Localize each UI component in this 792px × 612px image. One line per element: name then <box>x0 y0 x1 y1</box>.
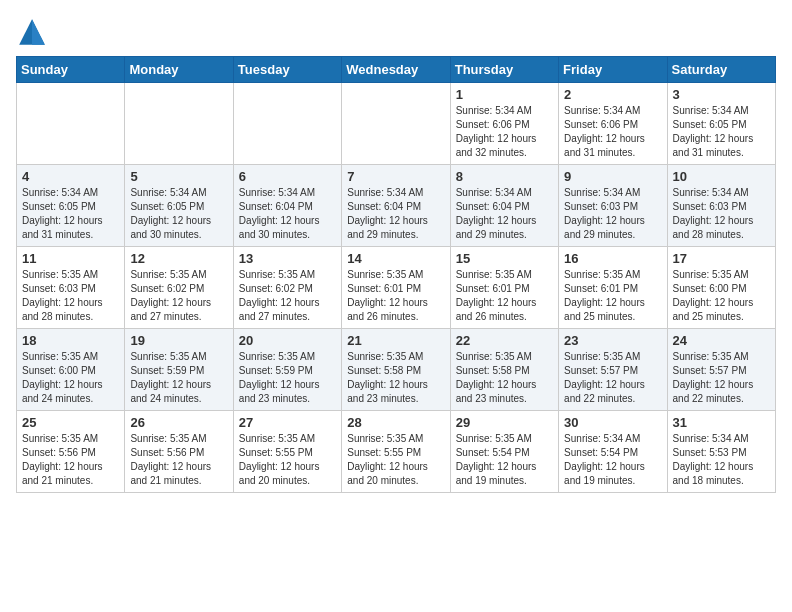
day-info: Sunrise: 5:35 AM Sunset: 5:59 PM Dayligh… <box>130 350 228 406</box>
day-number: 12 <box>130 251 228 266</box>
week-row-2: 11Sunrise: 5:35 AM Sunset: 6:03 PM Dayli… <box>17 247 776 329</box>
header-tuesday: Tuesday <box>233 57 341 83</box>
day-number: 26 <box>130 415 228 430</box>
day-info: Sunrise: 5:35 AM Sunset: 6:02 PM Dayligh… <box>130 268 228 324</box>
day-cell: 1Sunrise: 5:34 AM Sunset: 6:06 PM Daylig… <box>450 83 558 165</box>
day-number: 17 <box>673 251 771 266</box>
calendar: SundayMondayTuesdayWednesdayThursdayFrid… <box>16 56 776 493</box>
day-info: Sunrise: 5:35 AM Sunset: 6:01 PM Dayligh… <box>347 268 445 324</box>
day-info: Sunrise: 5:35 AM Sunset: 5:57 PM Dayligh… <box>673 350 771 406</box>
day-number: 15 <box>456 251 554 266</box>
header <box>16 16 776 48</box>
day-info: Sunrise: 5:34 AM Sunset: 6:05 PM Dayligh… <box>22 186 120 242</box>
day-cell: 11Sunrise: 5:35 AM Sunset: 6:03 PM Dayli… <box>17 247 125 329</box>
header-saturday: Saturday <box>667 57 775 83</box>
day-info: Sunrise: 5:34 AM Sunset: 6:06 PM Dayligh… <box>456 104 554 160</box>
day-number: 1 <box>456 87 554 102</box>
day-info: Sunrise: 5:34 AM Sunset: 5:53 PM Dayligh… <box>673 432 771 488</box>
day-info: Sunrise: 5:34 AM Sunset: 6:03 PM Dayligh… <box>564 186 662 242</box>
svg-marker-1 <box>32 19 45 45</box>
day-cell: 8Sunrise: 5:34 AM Sunset: 6:04 PM Daylig… <box>450 165 558 247</box>
header-friday: Friday <box>559 57 667 83</box>
day-number: 16 <box>564 251 662 266</box>
day-number: 19 <box>130 333 228 348</box>
day-cell: 5Sunrise: 5:34 AM Sunset: 6:05 PM Daylig… <box>125 165 233 247</box>
week-row-1: 4Sunrise: 5:34 AM Sunset: 6:05 PM Daylig… <box>17 165 776 247</box>
day-info: Sunrise: 5:35 AM Sunset: 5:55 PM Dayligh… <box>239 432 337 488</box>
day-number: 3 <box>673 87 771 102</box>
day-cell: 13Sunrise: 5:35 AM Sunset: 6:02 PM Dayli… <box>233 247 341 329</box>
day-cell: 27Sunrise: 5:35 AM Sunset: 5:55 PM Dayli… <box>233 411 341 493</box>
day-info: Sunrise: 5:35 AM Sunset: 5:57 PM Dayligh… <box>564 350 662 406</box>
day-number: 8 <box>456 169 554 184</box>
day-info: Sunrise: 5:34 AM Sunset: 6:04 PM Dayligh… <box>456 186 554 242</box>
day-number: 31 <box>673 415 771 430</box>
day-cell: 9Sunrise: 5:34 AM Sunset: 6:03 PM Daylig… <box>559 165 667 247</box>
header-wednesday: Wednesday <box>342 57 450 83</box>
day-info: Sunrise: 5:35 AM Sunset: 5:58 PM Dayligh… <box>347 350 445 406</box>
day-info: Sunrise: 5:34 AM Sunset: 6:06 PM Dayligh… <box>564 104 662 160</box>
day-number: 10 <box>673 169 771 184</box>
day-number: 30 <box>564 415 662 430</box>
day-info: Sunrise: 5:34 AM Sunset: 6:03 PM Dayligh… <box>673 186 771 242</box>
day-number: 29 <box>456 415 554 430</box>
day-info: Sunrise: 5:35 AM Sunset: 5:55 PM Dayligh… <box>347 432 445 488</box>
day-info: Sunrise: 5:35 AM Sunset: 6:02 PM Dayligh… <box>239 268 337 324</box>
day-cell: 16Sunrise: 5:35 AM Sunset: 6:01 PM Dayli… <box>559 247 667 329</box>
day-number: 7 <box>347 169 445 184</box>
day-number: 2 <box>564 87 662 102</box>
day-info: Sunrise: 5:35 AM Sunset: 5:59 PM Dayligh… <box>239 350 337 406</box>
day-cell: 24Sunrise: 5:35 AM Sunset: 5:57 PM Dayli… <box>667 329 775 411</box>
day-cell <box>233 83 341 165</box>
day-info: Sunrise: 5:35 AM Sunset: 6:01 PM Dayligh… <box>564 268 662 324</box>
day-cell: 31Sunrise: 5:34 AM Sunset: 5:53 PM Dayli… <box>667 411 775 493</box>
day-info: Sunrise: 5:34 AM Sunset: 6:05 PM Dayligh… <box>673 104 771 160</box>
day-cell: 4Sunrise: 5:34 AM Sunset: 6:05 PM Daylig… <box>17 165 125 247</box>
day-info: Sunrise: 5:35 AM Sunset: 6:00 PM Dayligh… <box>22 350 120 406</box>
day-info: Sunrise: 5:34 AM Sunset: 6:04 PM Dayligh… <box>239 186 337 242</box>
day-info: Sunrise: 5:35 AM Sunset: 5:54 PM Dayligh… <box>456 432 554 488</box>
day-cell: 26Sunrise: 5:35 AM Sunset: 5:56 PM Dayli… <box>125 411 233 493</box>
day-cell: 30Sunrise: 5:34 AM Sunset: 5:54 PM Dayli… <box>559 411 667 493</box>
day-cell: 20Sunrise: 5:35 AM Sunset: 5:59 PM Dayli… <box>233 329 341 411</box>
day-cell: 29Sunrise: 5:35 AM Sunset: 5:54 PM Dayli… <box>450 411 558 493</box>
logo <box>16 16 52 48</box>
day-number: 11 <box>22 251 120 266</box>
day-cell <box>125 83 233 165</box>
day-number: 4 <box>22 169 120 184</box>
day-number: 22 <box>456 333 554 348</box>
day-number: 14 <box>347 251 445 266</box>
calendar-header-row: SundayMondayTuesdayWednesdayThursdayFrid… <box>17 57 776 83</box>
day-cell: 2Sunrise: 5:34 AM Sunset: 6:06 PM Daylig… <box>559 83 667 165</box>
day-info: Sunrise: 5:35 AM Sunset: 5:56 PM Dayligh… <box>130 432 228 488</box>
day-number: 18 <box>22 333 120 348</box>
logo-icon <box>16 16 48 48</box>
header-thursday: Thursday <box>450 57 558 83</box>
day-cell: 28Sunrise: 5:35 AM Sunset: 5:55 PM Dayli… <box>342 411 450 493</box>
day-cell: 25Sunrise: 5:35 AM Sunset: 5:56 PM Dayli… <box>17 411 125 493</box>
day-cell: 23Sunrise: 5:35 AM Sunset: 5:57 PM Dayli… <box>559 329 667 411</box>
week-row-0: 1Sunrise: 5:34 AM Sunset: 6:06 PM Daylig… <box>17 83 776 165</box>
day-info: Sunrise: 5:34 AM Sunset: 6:05 PM Dayligh… <box>130 186 228 242</box>
day-number: 6 <box>239 169 337 184</box>
day-cell: 19Sunrise: 5:35 AM Sunset: 5:59 PM Dayli… <box>125 329 233 411</box>
day-number: 27 <box>239 415 337 430</box>
day-cell: 21Sunrise: 5:35 AM Sunset: 5:58 PM Dayli… <box>342 329 450 411</box>
day-number: 24 <box>673 333 771 348</box>
day-cell: 7Sunrise: 5:34 AM Sunset: 6:04 PM Daylig… <box>342 165 450 247</box>
day-info: Sunrise: 5:34 AM Sunset: 6:04 PM Dayligh… <box>347 186 445 242</box>
day-number: 28 <box>347 415 445 430</box>
day-cell: 18Sunrise: 5:35 AM Sunset: 6:00 PM Dayli… <box>17 329 125 411</box>
day-cell: 12Sunrise: 5:35 AM Sunset: 6:02 PM Dayli… <box>125 247 233 329</box>
week-row-4: 25Sunrise: 5:35 AM Sunset: 5:56 PM Dayli… <box>17 411 776 493</box>
day-cell: 6Sunrise: 5:34 AM Sunset: 6:04 PM Daylig… <box>233 165 341 247</box>
day-number: 20 <box>239 333 337 348</box>
day-cell <box>342 83 450 165</box>
day-number: 5 <box>130 169 228 184</box>
day-number: 13 <box>239 251 337 266</box>
day-info: Sunrise: 5:35 AM Sunset: 5:58 PM Dayligh… <box>456 350 554 406</box>
week-row-3: 18Sunrise: 5:35 AM Sunset: 6:00 PM Dayli… <box>17 329 776 411</box>
day-info: Sunrise: 5:34 AM Sunset: 5:54 PM Dayligh… <box>564 432 662 488</box>
day-info: Sunrise: 5:35 AM Sunset: 6:00 PM Dayligh… <box>673 268 771 324</box>
day-number: 9 <box>564 169 662 184</box>
